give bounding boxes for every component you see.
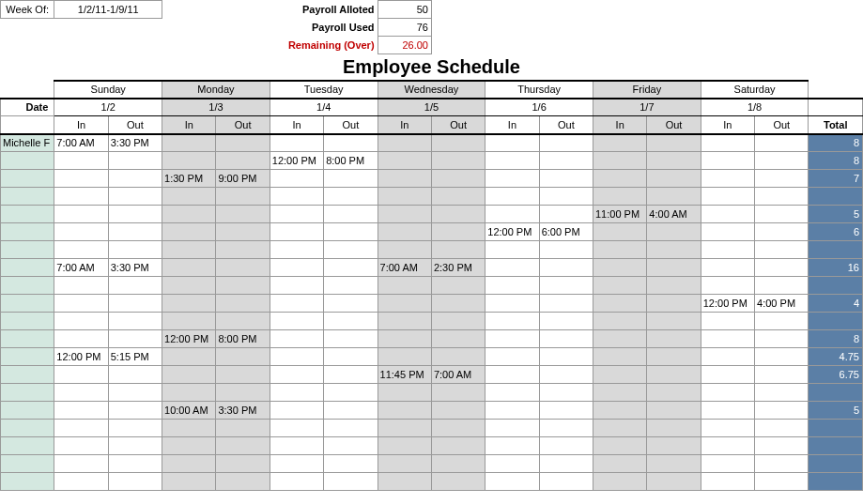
- employee-name[interactable]: [1, 348, 54, 366]
- time-cell[interactable]: [701, 188, 754, 206]
- time-cell[interactable]: [593, 402, 647, 420]
- time-cell[interactable]: [755, 330, 809, 348]
- time-cell[interactable]: [162, 348, 216, 366]
- time-cell[interactable]: [378, 152, 431, 170]
- time-cell[interactable]: [539, 366, 593, 384]
- time-cell[interactable]: [647, 241, 701, 259]
- time-cell[interactable]: [431, 437, 485, 455]
- time-cell[interactable]: [54, 295, 108, 313]
- time-cell[interactable]: [701, 134, 754, 152]
- time-cell[interactable]: [701, 348, 754, 366]
- employee-name[interactable]: [1, 188, 54, 206]
- time-cell[interactable]: [54, 188, 108, 206]
- time-cell[interactable]: [270, 277, 323, 295]
- time-cell[interactable]: [270, 402, 323, 420]
- time-cell[interactable]: [485, 402, 539, 420]
- time-cell[interactable]: [485, 259, 539, 277]
- time-cell[interactable]: [270, 223, 323, 241]
- time-cell[interactable]: [216, 384, 270, 402]
- time-cell[interactable]: [162, 295, 216, 313]
- time-cell[interactable]: [324, 366, 378, 384]
- time-cell[interactable]: [701, 455, 754, 473]
- time-cell[interactable]: [378, 473, 431, 491]
- time-cell[interactable]: [270, 420, 323, 437]
- time-cell[interactable]: [431, 384, 485, 402]
- time-cell[interactable]: [54, 241, 108, 259]
- time-cell[interactable]: [324, 259, 378, 277]
- time-cell[interactable]: 6:00 PM: [539, 223, 593, 241]
- time-cell[interactable]: [593, 313, 647, 330]
- time-cell[interactable]: [647, 384, 701, 402]
- time-cell[interactable]: [270, 330, 323, 348]
- time-cell[interactable]: [324, 134, 378, 152]
- time-cell[interactable]: [324, 455, 378, 473]
- time-cell[interactable]: [647, 223, 701, 241]
- time-cell[interactable]: [701, 152, 754, 170]
- time-cell[interactable]: [701, 402, 754, 420]
- time-cell[interactable]: [54, 170, 108, 188]
- time-cell[interactable]: [54, 437, 108, 455]
- time-cell[interactable]: [324, 295, 378, 313]
- time-cell[interactable]: [216, 277, 270, 295]
- time-cell[interactable]: [162, 366, 216, 384]
- time-cell[interactable]: [54, 223, 108, 241]
- time-cell[interactable]: [216, 366, 270, 384]
- time-cell[interactable]: [485, 313, 539, 330]
- time-cell[interactable]: [54, 473, 108, 491]
- time-cell[interactable]: [593, 295, 647, 313]
- time-cell[interactable]: [108, 455, 162, 473]
- time-cell[interactable]: [701, 384, 754, 402]
- time-cell[interactable]: [270, 295, 323, 313]
- time-cell[interactable]: [431, 152, 485, 170]
- time-cell[interactable]: [108, 223, 162, 241]
- time-cell[interactable]: 9:00 PM: [216, 170, 270, 188]
- time-cell[interactable]: [647, 152, 701, 170]
- employee-name[interactable]: [1, 241, 54, 259]
- employee-name[interactable]: [1, 170, 54, 188]
- time-cell[interactable]: 4:00 PM: [755, 295, 809, 313]
- time-cell[interactable]: [539, 206, 593, 223]
- time-cell[interactable]: [378, 348, 431, 366]
- time-cell[interactable]: [755, 313, 809, 330]
- time-cell[interactable]: [216, 152, 270, 170]
- time-cell[interactable]: [431, 277, 485, 295]
- time-cell[interactable]: [539, 152, 593, 170]
- time-cell[interactable]: 11:45 PM: [378, 366, 431, 384]
- time-cell[interactable]: [108, 384, 162, 402]
- time-cell[interactable]: [378, 188, 431, 206]
- time-cell[interactable]: [755, 152, 809, 170]
- employee-name[interactable]: [1, 313, 54, 330]
- time-cell[interactable]: [701, 206, 754, 223]
- time-cell[interactable]: [216, 295, 270, 313]
- time-cell[interactable]: [755, 348, 809, 366]
- time-cell[interactable]: [270, 241, 323, 259]
- time-cell[interactable]: 12:00 PM: [54, 348, 108, 366]
- time-cell[interactable]: 12:00 PM: [162, 330, 216, 348]
- time-cell[interactable]: 4:00 AM: [647, 206, 701, 223]
- time-cell[interactable]: [539, 170, 593, 188]
- time-cell[interactable]: [162, 188, 216, 206]
- time-cell[interactable]: [701, 241, 754, 259]
- time-cell[interactable]: [593, 152, 647, 170]
- time-cell[interactable]: [755, 206, 809, 223]
- time-cell[interactable]: [216, 223, 270, 241]
- time-cell[interactable]: [431, 134, 485, 152]
- time-cell[interactable]: [324, 420, 378, 437]
- time-cell[interactable]: [593, 455, 647, 473]
- time-cell[interactable]: [485, 348, 539, 366]
- time-cell[interactable]: [162, 152, 216, 170]
- time-cell[interactable]: [485, 437, 539, 455]
- time-cell[interactable]: [162, 241, 216, 259]
- time-cell[interactable]: [647, 330, 701, 348]
- time-cell[interactable]: [755, 473, 809, 491]
- time-cell[interactable]: [324, 313, 378, 330]
- time-cell[interactable]: [324, 277, 378, 295]
- time-cell[interactable]: [539, 437, 593, 455]
- time-cell[interactable]: [54, 330, 108, 348]
- time-cell[interactable]: [324, 402, 378, 420]
- time-cell[interactable]: [593, 277, 647, 295]
- week-of-value[interactable]: 1/2/11-1/9/11: [54, 1, 162, 19]
- time-cell[interactable]: [162, 259, 216, 277]
- time-cell[interactable]: [108, 473, 162, 491]
- time-cell[interactable]: [647, 402, 701, 420]
